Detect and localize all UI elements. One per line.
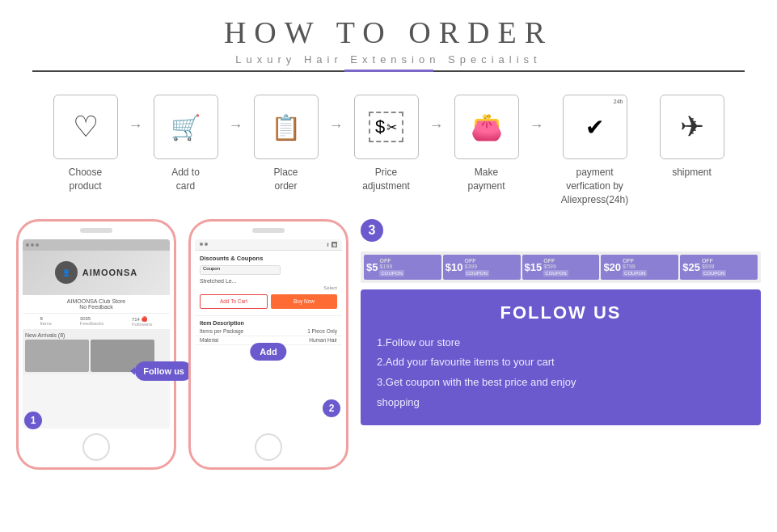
store-avatar: 👤: [55, 261, 78, 284]
divider-accent: [344, 70, 433, 72]
desc-key-1: Items per Package: [200, 328, 243, 334]
coupon-4-btn[interactable]: COUPON: [623, 270, 647, 277]
step-choose-product: ♡ Chooseproduct: [41, 95, 130, 193]
header: HOW TO ORDER Luxury Hair Extension Speci…: [0, 0, 777, 78]
coupon-2-details: OFF $399 COUPON: [465, 258, 489, 277]
step-price-adjustment: $ ✂ Priceadjustment: [342, 95, 431, 193]
scissors-icon: ✂: [386, 120, 397, 135]
coupon-bar: $5 OFF $199 COUPON $10 OFF $399 COUPON $…: [361, 251, 761, 283]
follow-panel-title: FOLLOW US: [377, 302, 745, 323]
phone1-screen: 👤 AIMOONSA AIMOONSA Club Store No Feedba…: [23, 239, 170, 429]
status-dot-1: [26, 243, 29, 247]
phone1-stats: 8Items 3035Feedbacks 714 🔴Followers: [23, 314, 170, 330]
coupon-row: Coupon: [195, 264, 342, 277]
step-place-order: 📋 Placeorder: [242, 95, 331, 193]
action-buttons: Add To Cart Buy Now: [195, 290, 342, 313]
desc-row-1: Items per Package 1 Piece Only: [195, 327, 342, 336]
verify-icon: ✔: [585, 114, 604, 141]
follow-bubble: Follow us: [135, 361, 192, 381]
dollar-sign: $: [375, 116, 385, 137]
divider: [195, 315, 342, 316]
add-bubble: Add: [250, 343, 286, 361]
coupon-1-details: OFF $199 COUPON: [379, 258, 403, 277]
coupon-1[interactable]: $5 OFF $199 COUPON: [364, 255, 441, 280]
select-text[interactable]: Select: [323, 285, 337, 290]
coupon-5-threshold: $999: [702, 264, 726, 269]
phone1-status-bar: [23, 239, 170, 251]
divider-left: [32, 70, 344, 72]
coupon-5-details: OFF $999 COUPON: [702, 258, 726, 277]
page-title: HOW TO ORDER: [0, 15, 777, 50]
step-shipment: ✈ shipment: [648, 95, 737, 179]
coupon-2-amount: $10: [446, 261, 463, 273]
step-verification: ✔ 24h paymentverfication byAliexpress(24…: [543, 95, 648, 206]
badge-3: 3: [361, 219, 383, 242]
p2-dot2: [205, 243, 208, 246]
coupon-4-off: OFF: [623, 258, 647, 264]
desc-val-2: Human Hair: [309, 337, 337, 343]
coupon-5[interactable]: $25 OFF $999 COUPON: [680, 255, 758, 280]
stretched-label: Stretched Le...: [195, 277, 342, 285]
buy-now-btn[interactable]: Buy Now: [271, 294, 337, 309]
bottom-section: 👤 AIMOONSA AIMOONSA Club Store No Feedba…: [0, 219, 777, 470]
step-box-verify: ✔ 24h: [563, 95, 627, 159]
step-box-ship: ✈: [660, 95, 724, 159]
status-dot-3: [36, 243, 39, 247]
new-arrivals-label: New Arrivals (8): [25, 332, 167, 338]
step-label-order: Placeorder: [273, 166, 298, 193]
coupon-1-btn[interactable]: COUPON: [379, 270, 403, 277]
coupon-3-btn[interactable]: COUPON: [543, 270, 568, 277]
phone1-banner: 👤 AIMOONSA: [23, 251, 170, 295]
coupon-1-threshold: $199: [379, 264, 403, 269]
store-logo: AIMOONSA: [82, 268, 138, 277]
stat-followers: 714 🔴Followers: [132, 316, 153, 327]
coupon-3-off: OFF: [543, 258, 568, 264]
step-box-order: 📋: [254, 95, 319, 159]
coupon-2-threshold: $399: [465, 264, 489, 269]
header-divider: [32, 70, 745, 72]
coupon-2-btn[interactable]: COUPON: [465, 270, 489, 277]
step-label-ship: shipment: [672, 166, 712, 179]
desc-val-1: 1 Piece Only: [307, 328, 337, 334]
verify-24h: 24h: [614, 99, 623, 104]
phone1-store-info: AIMOONSA Club Store No Feedback: [23, 295, 170, 314]
p2-dot1: [200, 243, 203, 246]
add-to-cart-btn[interactable]: Add To Cart: [200, 294, 268, 309]
coupon-3-amount: $15: [525, 261, 543, 273]
coupon-input[interactable]: Coupon: [200, 265, 281, 275]
step-label-cart: Add tocard: [171, 166, 200, 193]
phone2-status-bar: ⬆ 🔲: [195, 239, 342, 251]
phone1-mockup: 👤 AIMOONSA AIMOONSA Club Store No Feedba…: [16, 219, 176, 470]
avatar-icon: 👤: [62, 269, 70, 277]
status-dot-2: [31, 243, 34, 247]
dollar-icon: $ ✂: [369, 112, 403, 142]
stat-items: 8Items: [40, 316, 52, 327]
follow-panel-list: 1.Follow our store 2.Add your favourite …: [377, 333, 745, 413]
stat-feedbacks: 3035Feedbacks: [80, 316, 103, 327]
step-add-to-card: 🛒 Add tocard: [141, 95, 230, 193]
step-label-payment: Makepayment: [467, 166, 505, 193]
coupon-5-btn[interactable]: COUPON: [702, 270, 726, 277]
phone2-screen: ⬆ 🔲 Discounts & Coupons Coupon Stretched…: [195, 239, 342, 429]
step-label-choose: Chooseproduct: [69, 166, 102, 193]
heart-icon: ♡: [73, 110, 99, 144]
order-icon: 📋: [271, 113, 301, 141]
plane-icon: ✈: [680, 110, 704, 144]
page-subtitle: Luxury Hair Extension Specialist: [0, 53, 777, 65]
coupon-2[interactable]: $10 OFF $399 COUPON: [443, 255, 521, 280]
coupon-4-threshold: $799: [623, 264, 647, 269]
badge-1: 1: [24, 412, 42, 429]
phone1-wrapper: 👤 AIMOONSA AIMOONSA Club Store No Feedba…: [16, 219, 176, 470]
p2-icons: ⬆ 🔲: [326, 242, 337, 247]
coupon-3-threshold: $599: [543, 264, 568, 269]
no-feedback: No Feedback: [26, 304, 167, 310]
divider-right: [433, 70, 745, 72]
coupon-4-details: OFF $799 COUPON: [623, 258, 647, 277]
coupon-5-amount: $25: [682, 261, 700, 273]
coupon-2-off: OFF: [465, 258, 489, 264]
step-box-cart: 🛒: [154, 95, 218, 159]
coupon-4[interactable]: $20 OFF $799 COUPON: [601, 255, 678, 280]
follow-panel: FOLLOW US 1.Follow our store 2.Add your …: [361, 289, 761, 426]
coupon-3[interactable]: $15 OFF $599 COUPON: [522, 255, 600, 280]
coupon-1-off: OFF: [379, 258, 403, 264]
